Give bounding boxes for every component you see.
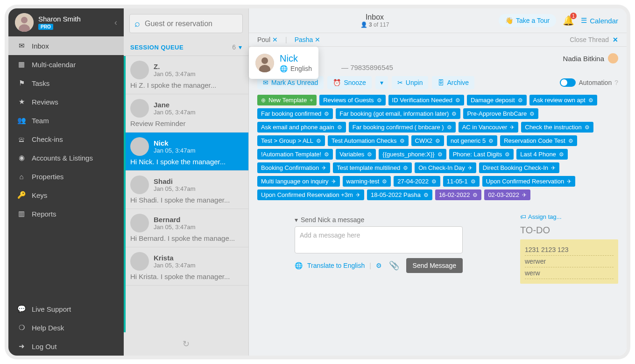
tag-icon: 🏷 [520, 213, 526, 220]
inbox-icon: ✉ [17, 41, 26, 50]
template-tag[interactable]: Upon Confirmed Reservation✈ [482, 176, 576, 187]
unpin-button[interactable]: ✂Unpin [392, 76, 429, 89]
template-tag[interactable]: warning-test⚙ [343, 176, 391, 187]
template-tag[interactable]: Far booking (got email, information late… [336, 108, 460, 119]
search-box[interactable]: ⌕ [129, 14, 243, 33]
template-tag[interactable]: Test template multilined⚙ [333, 162, 412, 173]
chevron-down-icon[interactable]: ▾ [239, 43, 242, 51]
template-tag[interactable]: Direct Booking Check-In✈ [479, 162, 559, 173]
template-tag[interactable]: Upon Confirmed Reservation +3m✈ [257, 189, 364, 200]
nav-tasks[interactable]: ⚑Tasks [8, 74, 124, 92]
nav-label: Inbox [32, 42, 49, 50]
template-tag[interactable]: Booking Confirmation✈ [257, 162, 330, 173]
template-tag[interactable]: AC in Vancouver✈ [459, 122, 519, 133]
gear-icon: ⚙ [337, 124, 342, 131]
assign-tag-button[interactable]: 🏷Assign tag... [520, 213, 618, 220]
notifications-button[interactable]: 🔔1 [563, 15, 574, 26]
archive-button[interactable]: 🗄Archive [432, 76, 474, 89]
template-tag[interactable]: Test Automation Checks⚙ [328, 135, 408, 146]
thread-tab-poul[interactable]: Poul✕ [257, 36, 278, 43]
queue-item[interactable]: BernardJan 05, 3:47amHi Bernard. I spoke… [126, 209, 248, 247]
nav-reports[interactable]: ▥Reports [8, 204, 124, 223]
refresh-button[interactable]: ↻ [124, 332, 248, 356]
queue-item-date: Jan 05, 3:47am [154, 224, 196, 231]
template-tag[interactable]: 02-03-2022✈ [484, 189, 530, 200]
template-tag[interactable]: Reviews of Guests⚙ [319, 95, 385, 105]
help-icon[interactable]: ? [614, 79, 618, 86]
nav-reviews[interactable]: ★Reviews [8, 92, 124, 111]
queue-item[interactable]: KristaJan 05, 3:47amHi Krista. I spoke t… [126, 247, 248, 286]
svg-point-1 [21, 17, 28, 23]
translate-button[interactable]: Translate to English [307, 262, 365, 269]
nav-keys[interactable]: 🔑Keys [8, 186, 124, 204]
bell-icon: 🛎 [17, 134, 26, 144]
automation-toggle[interactable] [560, 78, 576, 87]
nav-label: Properties [32, 173, 64, 181]
template-tag[interactable]: Last 4 Phone⚙ [516, 149, 568, 160]
message-input[interactable]: Add a message here [295, 226, 463, 253]
template-tag[interactable]: Pre-Approve BnbCare⚙ [463, 108, 538, 119]
template-tag[interactable]: Phone: Last Digits⚙ [449, 149, 514, 160]
template-tag[interactable]: not generic 5⚙ [447, 135, 497, 146]
template-tag[interactable]: ⊕New Template+ [257, 95, 317, 105]
collapse-sidebar-icon[interactable]: ‹ [114, 18, 117, 28]
template-tag[interactable]: On Check-In Day✈ [415, 162, 476, 173]
gear-icon: ⚙ [488, 138, 494, 144]
template-tag[interactable]: ID Verification Needed⚙ [388, 95, 464, 105]
template-tag[interactable]: Damage deposit⚙ [467, 95, 527, 105]
queue-item[interactable]: ShadiJan 05, 3:47amHi Shadi. I spoke the… [126, 171, 248, 209]
chevron-down-icon[interactable]: ▾ [295, 216, 298, 224]
thread-tab-pasha[interactable]: Pasha✕ [295, 36, 321, 43]
gear-icon[interactable]: ⚙ [376, 262, 382, 269]
nav-team[interactable]: 👥Team [8, 111, 124, 130]
template-tag[interactable]: 18-05-2022 Pasha⚙ [367, 189, 432, 200]
queue-count: 6 [232, 43, 236, 51]
template-tag[interactable]: Reservation Code Test⚙ [500, 135, 577, 146]
template-tag[interactable]: Variables⚙ [336, 149, 376, 160]
gear-icon: ⚙ [377, 97, 382, 104]
attach-icon[interactable]: 📎 [389, 260, 399, 271]
template-tag[interactable]: Test > Group > ALL⚙ [257, 135, 325, 146]
queue-item-name: Jane [154, 101, 196, 109]
gear-icon: ⚙ [403, 165, 408, 171]
template-tag[interactable]: Far booking confirmed ( bnbcare )⚙ [349, 122, 456, 133]
user-block[interactable]: Sharon Smith PRO ‹ [8, 8, 124, 36]
queue-item[interactable]: Z.Jan 05, 3:47amHi Z. I spoke the manage… [126, 56, 248, 94]
todo-notes[interactable]: 1231 2123 123werwerwerw [520, 239, 618, 284]
template-tag[interactable]: Ask email and phone again⚙ [257, 122, 346, 133]
snooze-button[interactable]: ⏰Snooze [327, 76, 371, 89]
template-tag[interactable]: 27-04-2022⚙ [394, 176, 440, 187]
nav-checkins[interactable]: 🛎Check-ins [8, 130, 124, 148]
template-tag[interactable]: CWX2⚙ [411, 135, 444, 146]
template-tag[interactable]: 16-02-2022⚙ [435, 189, 482, 200]
queue-item-name: Nick [154, 139, 196, 147]
nav-inbox[interactable]: ✉Inbox [8, 36, 124, 55]
queue-item[interactable]: NickJan 05, 3:47amHi Nick. I spoke the m… [126, 133, 248, 171]
queue-item-date: Jan 05, 3:47am [154, 70, 196, 77]
template-tag[interactable]: Far booking confirmed⚙ [257, 108, 333, 119]
template-tag[interactable]: {{guests_phone:X}}⚙ [379, 149, 446, 160]
nav-accounts[interactable]: ◉Accounts & Listings [8, 148, 124, 167]
snooze-dropdown[interactable]: ▾ [375, 76, 388, 89]
template-tag[interactable]: Multi language on inquiry✈ [257, 176, 340, 187]
template-tag[interactable]: Ask review own apt⚙ [529, 95, 597, 105]
assigned-user[interactable]: Nadia Bitkina [563, 53, 618, 63]
nav-live-support[interactable]: 💬Live Support [8, 300, 124, 318]
take-tour-button[interactable]: 👋Take a Tour [499, 14, 556, 27]
search-input[interactable] [145, 20, 238, 28]
plane-icon: ✈ [468, 165, 473, 171]
close-thread-button[interactable]: Close Thread✕ [570, 36, 618, 43]
close-icon[interactable]: ✕ [272, 36, 278, 43]
nav-logout[interactable]: ➜Log Out [8, 337, 124, 356]
queue-item[interactable]: JaneJan 05, 3:47amReview Reminder [126, 94, 248, 133]
send-message-button[interactable]: Send Message [406, 258, 463, 273]
nav-properties[interactable]: ⌂Properties [8, 167, 124, 186]
close-icon[interactable]: ✕ [315, 36, 320, 43]
calendar-button[interactable]: ☰Calendar [581, 16, 618, 25]
nav-multi-calendar[interactable]: ▦Multi-calendar [8, 55, 124, 74]
template-tag[interactable]: 11-05-1⚙ [443, 176, 480, 187]
plane-icon: ✈ [322, 165, 326, 171]
nav-help-desk[interactable]: ❍Help Desk [8, 318, 124, 337]
template-tag[interactable]: !Automation Template!⚙ [257, 149, 333, 160]
template-tag[interactable]: Check the instruction⚙ [521, 122, 593, 133]
